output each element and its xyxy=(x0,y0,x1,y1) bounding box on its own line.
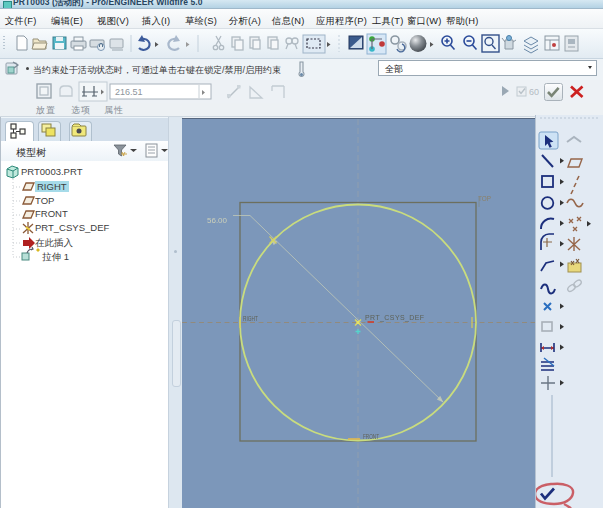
svg-text:RIGHT: RIGHT xyxy=(243,314,258,323)
svg-text:56.00: 56.00 xyxy=(207,216,228,225)
svg-text:60: 60 xyxy=(529,87,539,97)
svg-text:216.51: 216.51 xyxy=(115,87,143,97)
svg-text:FRONT: FRONT xyxy=(363,432,379,441)
svg-text:TOP: TOP xyxy=(478,194,491,203)
svg-text:PRT_CSYS_DEF: PRT_CSYS_DEF xyxy=(365,314,425,322)
